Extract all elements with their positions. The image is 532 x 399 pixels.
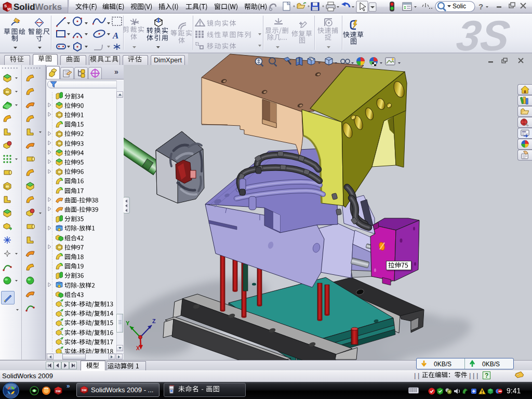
svg-text:SW: SW xyxy=(56,390,61,393)
svg-text:A: A xyxy=(112,31,118,41)
svg-text:Y: Y xyxy=(126,320,130,326)
svg-text:Z: Z xyxy=(152,318,156,324)
svg-text:Solic: Solic xyxy=(453,3,466,10)
svg-text:W: W xyxy=(7,7,11,11)
svg-text:X: X xyxy=(136,345,140,351)
svg-text:SW: SW xyxy=(82,389,87,392)
svg-text:?: ? xyxy=(478,2,483,11)
